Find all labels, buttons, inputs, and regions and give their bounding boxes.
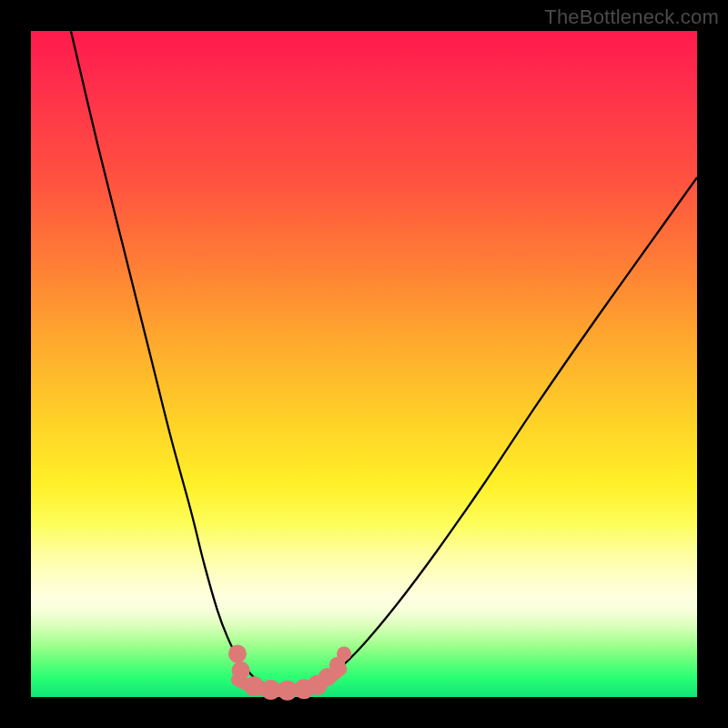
right-curve [318, 177, 697, 685]
chart-frame: TheBottleneck.com [0, 0, 728, 728]
data-marker [228, 644, 247, 662]
chart-svg [31, 31, 697, 697]
watermark-text: TheBottleneck.com [544, 5, 719, 29]
data-markers [228, 644, 351, 700]
left-curve [71, 31, 268, 685]
data-marker [244, 676, 264, 696]
data-marker [232, 662, 250, 680]
data-marker [337, 646, 351, 661]
